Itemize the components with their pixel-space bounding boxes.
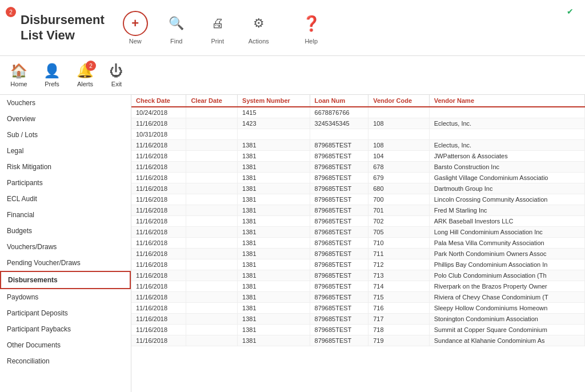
table-row[interactable]: 11/16/20181381879685TEST718Summit at Cop…	[131, 325, 585, 335]
table-cell: 11/16/2018	[131, 216, 186, 227]
table-cell: 719	[368, 335, 429, 346]
prefs-button[interactable]: 👤 Prefs	[38, 61, 66, 90]
table-cell: 11/16/2018	[131, 259, 186, 270]
exit-button[interactable]: ⏻ Exit	[104, 61, 129, 90]
col-vendor-name: Vendor Name	[429, 95, 584, 107]
table-row[interactable]: 11/16/20181381879685TEST715Riviera of Ch…	[131, 292, 585, 303]
table-cell: 1381	[238, 281, 310, 292]
table-cell: 1381	[238, 173, 310, 183]
table-row[interactable]: 11/16/20181381879685TEST108Eclectus, Inc…	[131, 140, 585, 151]
header: 2 Disbursement List View + New 🔍 Find 🖨 …	[0, 0, 585, 56]
table-cell: 879685TEST	[310, 259, 368, 270]
sidebar-item-budgets[interactable]: Budgets	[0, 223, 131, 239]
sidebar-item-participants[interactable]: Participants	[0, 175, 131, 191]
table-cell: 1423	[238, 118, 310, 129]
table-row[interactable]: 11/16/20181381879685TEST719Sundance at K…	[131, 335, 585, 346]
table-cell: 1381	[238, 183, 310, 194]
table-cell	[186, 140, 238, 151]
sidebar-item-reconciliation[interactable]: Reconciliation	[0, 353, 131, 369]
table-row[interactable]: 10/24/201814156678876766	[131, 107, 585, 118]
alerts-button[interactable]: 🔔 2 Alerts	[71, 61, 99, 90]
sidebar-item-sub---lots[interactable]: Sub / Lots	[0, 127, 131, 143]
table-row[interactable]: 11/16/20181381879685TEST716Sleepy Hollow…	[131, 303, 585, 314]
table-cell: 718	[368, 325, 429, 335]
table-cell: 710	[368, 238, 429, 249]
table-cell: 680	[368, 183, 429, 194]
table-cell: Summit at Copper Square Condominium	[429, 325, 584, 335]
table-cell: 1381	[238, 335, 310, 346]
col-system-number: System Number	[238, 95, 310, 107]
sidebar-item-participant-paybacks[interactable]: Participant Paybacks	[0, 321, 131, 337]
table-cell: 879685TEST	[310, 238, 368, 249]
print-button[interactable]: 🖨 Print	[198, 7, 237, 48]
table-cell	[186, 227, 238, 238]
print-icon: 🖨	[205, 11, 230, 36]
find-button[interactable]: 🔍 Find	[157, 7, 196, 48]
table-cell	[186, 314, 238, 325]
sidebar-item-pending-voucher-draws[interactable]: Pending Voucher/Draws	[0, 255, 131, 271]
toolbar: + New 🔍 Find 🖨 Print ⚙ Actions ❓ Help	[116, 7, 331, 48]
table-row[interactable]: 11/16/20181381879685TEST711Park North Co…	[131, 249, 585, 259]
new-icon: +	[123, 11, 148, 36]
table-cell	[186, 129, 238, 140]
actions-icon: ⚙	[246, 11, 271, 36]
table-cell: 879685TEST	[310, 325, 368, 335]
table-cell: 11/16/2018	[131, 292, 186, 303]
table-row[interactable]: 11/16/20181381879685TEST714Riverpark on …	[131, 281, 585, 292]
table-row[interactable]: 11/16/20181381879685TEST104JWPatterson &…	[131, 151, 585, 162]
sidebar-item-participant-deposits[interactable]: Participant Deposits	[0, 305, 131, 321]
table-cell: 1381	[238, 292, 310, 303]
table-cell	[186, 325, 238, 335]
table-row[interactable]: 11/16/20181381879685TEST710Pala Mesa Vil…	[131, 238, 585, 249]
table-cell: Dartmouth Group Inc	[429, 183, 584, 194]
table-row[interactable]: 11/16/201814233245345345108Eclectus, Inc…	[131, 118, 585, 129]
sidebar-item-disbursements[interactable]: Disbursements	[0, 271, 131, 289]
table-row[interactable]: 10/31/2018	[131, 129, 585, 140]
table-cell: 879685TEST	[310, 216, 368, 227]
sidebar-item-other-documents[interactable]: Other Documents	[0, 337, 131, 353]
table-cell: 678	[368, 162, 429, 173]
table-cell: 879685TEST	[310, 183, 368, 194]
table-cell: 11/16/2018	[131, 118, 186, 129]
sidebar-item-ecl-audit[interactable]: ECL Audit	[0, 191, 131, 207]
new-button[interactable]: + New	[116, 7, 155, 48]
table-row[interactable]: 11/16/20181381879685TEST700Lincoln Cross…	[131, 194, 585, 205]
table-row[interactable]: 11/16/20181381879685TEST702ARK Baseball …	[131, 216, 585, 227]
table-row[interactable]: 11/16/20181381879685TEST678Barsto Constr…	[131, 162, 585, 173]
actions-button[interactable]: ⚙ Actions	[239, 7, 278, 48]
sidebar-item-vouchers-draws[interactable]: Vouchers/Draws	[0, 239, 131, 255]
home-button[interactable]: 🏠 Home	[5, 61, 33, 90]
table-cell: 879685TEST	[310, 140, 368, 151]
table-cell: 1381	[238, 194, 310, 205]
app-badge: 2	[6, 7, 16, 17]
table-cell	[186, 259, 238, 270]
sidebar-item-legal[interactable]: Legal	[0, 143, 131, 159]
table-cell: 1381	[238, 227, 310, 238]
table-cell	[186, 303, 238, 314]
table-row[interactable]: 11/16/20181381879685TEST712Phillips Bay …	[131, 259, 585, 270]
sidebar-item-vouchers[interactable]: Vouchers	[0, 95, 131, 111]
table-cell: 1381	[238, 162, 310, 173]
table-row[interactable]: 11/16/20181381879685TEST679Gaslight Vill…	[131, 173, 585, 183]
table-row[interactable]: 11/16/20181381879685TEST705Long Hill Con…	[131, 227, 585, 238]
table-cell	[186, 292, 238, 303]
table-row[interactable]: 11/16/20181381879685TEST717Stonington Co…	[131, 314, 585, 325]
table-cell: 3245345345	[310, 118, 368, 129]
table-cell: Sundance at Klahanie Condominium As	[429, 335, 584, 346]
table-cell: 879685TEST	[310, 194, 368, 205]
table-cell	[186, 173, 238, 183]
table-row[interactable]: 11/16/20181381879685TEST701Fred M Starli…	[131, 205, 585, 216]
table-area[interactable]: Check DateClear DateSystem NumberLoan Nu…	[131, 95, 585, 392]
sidebar-item-paydowns[interactable]: Paydowns	[0, 289, 131, 305]
table-cell: 879685TEST	[310, 173, 368, 183]
sidebar-item-overview[interactable]: Overview	[0, 111, 131, 127]
help-button[interactable]: ❓ Help	[292, 7, 331, 48]
table-cell: 1381	[238, 238, 310, 249]
table-row[interactable]: 11/16/20181381879685TEST713Polo Club Con…	[131, 270, 585, 281]
table-row[interactable]: 11/16/20181381879685TEST680Dartmouth Gro…	[131, 183, 585, 194]
sidebar-item-risk-mitigation[interactable]: Risk Mitigation	[0, 159, 131, 175]
table-cell: 879685TEST	[310, 314, 368, 325]
sidebar-item-financial[interactable]: Financial	[0, 207, 131, 223]
table-cell: Gaslight Village Condominium Associatio	[429, 173, 584, 183]
alerts-badge: 2	[86, 61, 96, 71]
